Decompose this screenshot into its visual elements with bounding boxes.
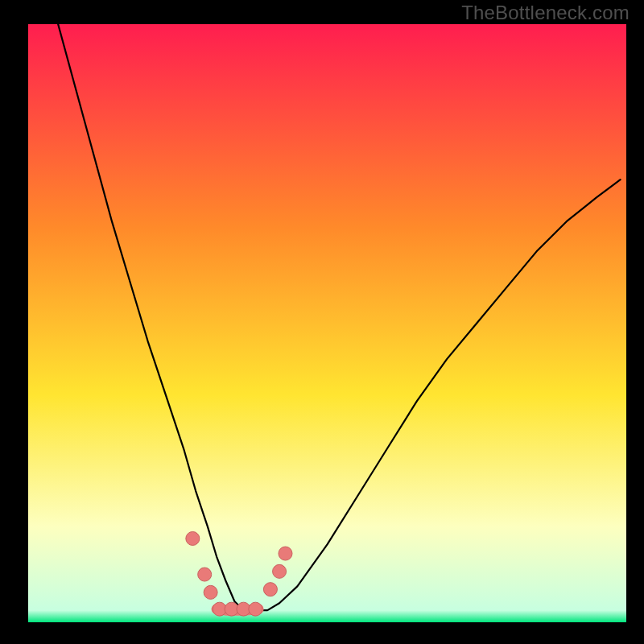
data-marker (198, 568, 212, 581)
data-marker (186, 531, 200, 545)
data-marker (273, 564, 287, 578)
data-marker (249, 602, 262, 616)
data-marker (279, 547, 292, 560)
chart-container: TheBottleneck.com (0, 0, 644, 644)
data-marker (263, 583, 277, 597)
watermark-text: TheBottleneck.com (461, 2, 630, 24)
chart-svg (28, 24, 626, 622)
data-marker (204, 585, 217, 599)
gradient-background (28, 24, 626, 622)
plot-area (28, 24, 626, 622)
